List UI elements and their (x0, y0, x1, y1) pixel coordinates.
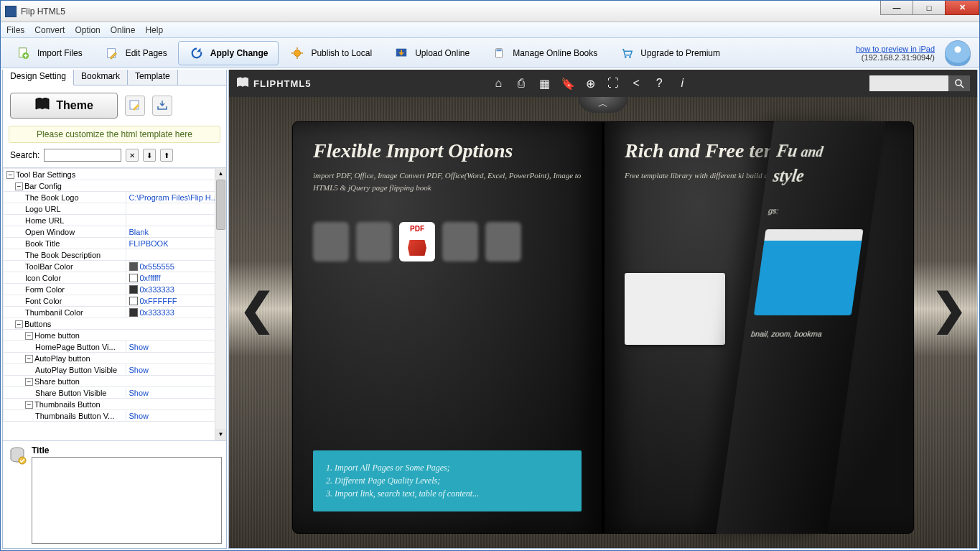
prop-thumbcolor-key: Thumbanil Color (4, 307, 126, 318)
color-chip (129, 297, 138, 305)
prop-autoplay-key: AutoPlay Button Visible (4, 364, 126, 376)
prop-formcolor-key: Form Color (4, 284, 126, 295)
toolbar: Import Files Edit Pages Apply Change Pub… (1, 38, 979, 68)
menu-help[interactable]: Help (145, 25, 163, 35)
property-grid: −Tool Bar Settings −Bar Config The Book … (3, 167, 226, 440)
scroll-thumb[interactable] (216, 180, 225, 230)
search-up-icon[interactable]: ⬆ (160, 149, 173, 162)
thumbnails-icon[interactable]: ▦ (538, 77, 551, 91)
group-barconfig[interactable]: −Bar Config (4, 180, 226, 192)
menu-option[interactable]: Option (75, 25, 100, 35)
side-tabs: Design Setting Bookmark Template (3, 70, 226, 85)
prop-thumbs-val[interactable]: Show (126, 410, 226, 422)
app-icon (5, 6, 17, 17)
prop-title-val[interactable]: FLIPBOOK (126, 238, 226, 249)
prop-logourl-val[interactable] (126, 203, 226, 215)
prop-tbcolor-val[interactable]: 0x555555 (126, 261, 226, 272)
plus-page-icon (16, 45, 32, 61)
maximize-button[interactable]: □ (913, 1, 946, 15)
search-row: Search: ✕ ⬇ ⬆ (3, 149, 226, 167)
tab-design[interactable]: Design Setting (3, 70, 74, 85)
upload-online-label: Upload Online (415, 48, 470, 58)
prop-iconcolor-val[interactable]: 0xffffff (126, 272, 226, 284)
user-avatar-icon[interactable] (945, 40, 971, 66)
search-input[interactable] (44, 149, 121, 162)
prop-desc-key: The Book Description (4, 249, 126, 261)
theme-bar: Theme (3, 85, 226, 126)
edit-pages-button[interactable]: Edit Pages (93, 41, 178, 65)
prop-homeurl-val[interactable] (126, 215, 226, 226)
scroll-up-icon[interactable]: ▲ (215, 168, 226, 180)
group-share[interactable]: −Share button (4, 376, 226, 387)
group-buttons[interactable]: −Buttons (4, 318, 226, 330)
vertical-scrollbar[interactable]: ▲ ▼ (215, 168, 226, 440)
server-ip: (192.168.2.31:9094/) (862, 53, 935, 62)
tab-template[interactable]: Template (128, 70, 178, 85)
prop-fontcolor-val[interactable]: 0xFFFFFF (126, 295, 226, 307)
pdf-icon: PDF (399, 222, 435, 261)
prop-ур-val[interactable]: Show (126, 364, 226, 376)
close-button[interactable]: ✕ (945, 1, 979, 15)
manage-books-button[interactable]: Manage Online Books (480, 41, 608, 65)
prev-page-button[interactable]: ❮ (239, 284, 275, 334)
fullscreen-icon[interactable]: ⛶ (607, 77, 620, 91)
prop-thumbcolor-val[interactable]: 0x333333 (126, 307, 226, 318)
chevron-up-icon[interactable]: ︿ (578, 97, 628, 113)
svg-rect-10 (497, 49, 502, 51)
print-icon[interactable]: ⎙ (515, 77, 528, 91)
preview-info: how to preview in iPad (192.168.2.31:909… (856, 45, 941, 62)
home-icon[interactable]: ⌂ (492, 77, 505, 91)
svg-point-16 (956, 80, 961, 85)
edit-theme-icon[interactable] (125, 96, 145, 116)
menu-convert[interactable]: Convert (34, 25, 65, 35)
refresh-icon (189, 45, 205, 61)
side-panel: Design Setting Bookmark Template Theme (2, 70, 227, 549)
svg-point-11 (625, 56, 627, 58)
info-icon[interactable]: i (676, 77, 689, 91)
apply-change-button[interactable]: Apply Change (178, 41, 279, 65)
share-icon[interactable]: < (630, 77, 643, 91)
clear-search-icon[interactable]: ✕ (126, 149, 139, 162)
search-label: Search: (10, 150, 39, 160)
menu-online[interactable]: Online (111, 25, 136, 35)
next-page-button[interactable]: ❯ (931, 284, 967, 334)
apply-change-label: Apply Change (210, 48, 269, 58)
prop-fontcolor-key: Font Color (4, 295, 126, 307)
theme-button[interactable]: Theme (10, 93, 118, 119)
prop-share-key: Share Button Visible (4, 387, 126, 399)
prop-desc-val[interactable] (126, 249, 226, 261)
minimize-button[interactable]: — (880, 1, 913, 15)
upload-online-button[interactable]: Upload Online (383, 41, 480, 65)
group-toolbar[interactable]: −Tool Bar Settings (4, 169, 226, 180)
zoom-icon[interactable]: ⊕ (584, 77, 597, 91)
prop-share-val[interactable]: Show (126, 387, 226, 399)
help-icon[interactable]: ? (653, 77, 666, 91)
preview-link[interactable]: how to preview in iPad (856, 45, 935, 53)
upgrade-button[interactable]: Upgrade to Premium (608, 41, 731, 65)
import-files-button[interactable]: Import Files (5, 41, 93, 65)
prop-tbcolor-key: ToolBar Color (4, 261, 126, 272)
tab-bookmark[interactable]: Bookmark (74, 70, 128, 85)
scroll-down-icon[interactable]: ▼ (215, 429, 226, 440)
search-down-icon[interactable]: ⬇ (143, 149, 156, 162)
svg-line-17 (961, 85, 963, 88)
color-chip (129, 285, 138, 294)
prop-formcolor-val[interactable]: 0x333333 (126, 284, 226, 295)
group-home[interactable]: −Home button (4, 330, 226, 341)
viewer-search-input[interactable] (869, 75, 948, 91)
menu-files[interactable]: Files (6, 25, 24, 35)
prop-openwin-val[interactable]: Blank (126, 226, 226, 238)
theme-label: Theme (56, 99, 93, 112)
left-page[interactable]: Flexible Import Options import PDF, Offi… (292, 121, 602, 534)
ppt-icon (442, 222, 478, 261)
group-thumbs[interactable]: −Thumbnails Button (4, 399, 226, 410)
upgrade-label: Upgrade to Premium (640, 48, 720, 58)
prop-home-val[interactable]: Show (126, 341, 226, 353)
publish-local-button[interactable]: Publish to Local (279, 41, 383, 65)
group-autoplay[interactable]: −AutoPlay button (4, 353, 226, 364)
title-textarea[interactable] (32, 457, 222, 544)
viewer-search-button[interactable] (948, 75, 970, 91)
prop-logo-val[interactable]: C:\Program Files\Flip H... (126, 192, 226, 203)
bookmark-icon[interactable]: 🔖 (561, 77, 574, 91)
download-theme-icon[interactable] (152, 96, 172, 116)
